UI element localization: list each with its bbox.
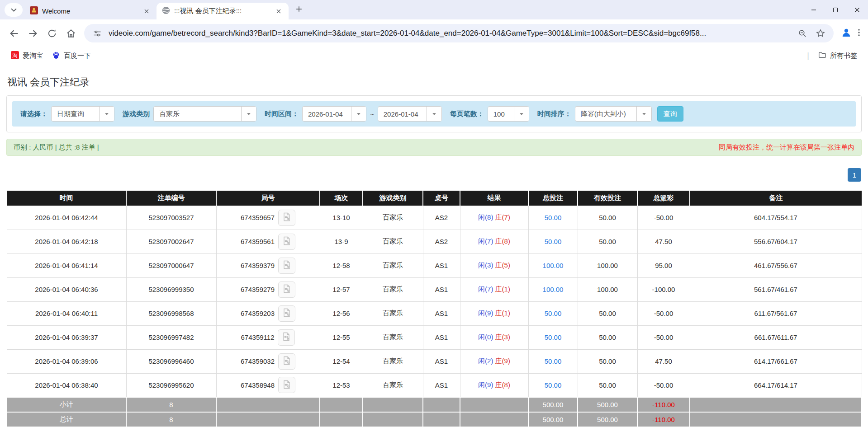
game-kind-select[interactable]: 百家乐 [153, 106, 256, 122]
cell-time: 2026-01-04 06:41:14 [7, 253, 126, 277]
forward-button[interactable] [24, 24, 43, 43]
video-file-icon [282, 212, 291, 223]
cell-round-no: 674359032 [216, 349, 320, 373]
tab-bet-records[interactable]: :::视讯 会员下注纪录::: [157, 3, 289, 19]
bookmark-aitaobao[interactable]: 淘 爱淘宝 [6, 49, 47, 63]
date-start-select[interactable]: 2026-01-04 [302, 106, 366, 122]
total-bet-link[interactable]: 50.00 [545, 214, 562, 221]
minimize-button[interactable] [803, 0, 825, 19]
total-bet-link[interactable]: 50.00 [545, 381, 562, 389]
bookmark-star-icon[interactable] [814, 29, 827, 38]
bet-records-table: 时间 注单编号 局号 场次 游戏类别 桌号 结果 总投注 有效投注 总派彩 备注… [6, 191, 862, 427]
video-replay-button[interactable] [278, 377, 295, 393]
result-player: 闲(9) [478, 309, 493, 317]
bookmark-baidu[interactable]: 百度一下 [47, 49, 95, 63]
tab-close-icon[interactable] [142, 7, 151, 16]
total-label: 总计 [7, 412, 126, 427]
cell-remark: 556.67/604.17 [690, 230, 862, 253]
video-file-icon [282, 260, 291, 271]
result-player: 闲(7) [478, 237, 493, 245]
tilde-separator: ~ [370, 110, 374, 118]
welcome-favicon [30, 6, 38, 16]
cell-time: 2026-01-04 06:39:37 [7, 325, 126, 349]
cell-result: 闲(3) 庄(5) [460, 253, 528, 277]
cell-round-no: 674359203 [216, 301, 320, 325]
total-total-bet: 500.00 [528, 412, 578, 427]
tab-search-button[interactable] [5, 3, 23, 17]
table-row: 2026-01-04 06:38:40 523096995620 6743589… [7, 373, 862, 397]
cell-table-no: AS1 [423, 373, 460, 397]
close-window-button[interactable] [846, 0, 868, 19]
col-payout: 总派彩 [637, 191, 690, 206]
home-button[interactable] [62, 24, 81, 43]
browser-toolbar: videoie.com/game/betrecord_search/kind3?… [0, 19, 868, 47]
menu-dots-icon[interactable] [858, 28, 860, 38]
site-settings-icon[interactable] [90, 29, 104, 38]
page-number-button[interactable]: 1 [848, 168, 861, 182]
per-page-label: 每页笔数： [450, 110, 484, 118]
cell-table-no: AS2 [423, 206, 460, 230]
zoom-icon[interactable] [796, 29, 809, 38]
date-end-select[interactable]: 2026-01-04 [378, 106, 442, 122]
video-replay-button[interactable] [278, 234, 295, 250]
video-replay-button[interactable] [278, 281, 295, 298]
tab-welcome[interactable]: Welcome [24, 3, 157, 19]
url-text[interactable]: videoie.com/game/betrecord_search/kind3?… [109, 29, 791, 38]
subtotal-total-bet: 500.00 [528, 397, 578, 412]
subtotal-count: 8 [126, 397, 216, 412]
new-tab-button[interactable] [291, 2, 307, 18]
maximize-button[interactable] [825, 0, 846, 19]
select-arrow-icon [99, 107, 114, 121]
total-bet-link[interactable]: 50.00 [545, 310, 562, 317]
all-bookmarks-label: 所有书签 [830, 52, 857, 60]
cell-game-kind: 百家乐 [363, 325, 423, 349]
result-banker: 庄(1) [495, 285, 510, 293]
pagination: 1 [6, 168, 861, 182]
all-bookmarks-button[interactable]: 所有书签 [814, 49, 862, 63]
select-type-label: 请选择： [20, 110, 47, 118]
video-file-icon [282, 332, 291, 342]
total-bet-link[interactable]: 50.00 [545, 333, 562, 341]
cell-session: 12-58 [320, 253, 363, 277]
round-number: 674359657 [241, 214, 275, 221]
query-type-select[interactable]: 日期查询 [51, 106, 114, 122]
total-bet-link[interactable]: 50.00 [545, 357, 562, 365]
total-bet-link[interactable]: 50.00 [545, 238, 562, 245]
video-replay-button[interactable] [278, 258, 295, 274]
reload-button[interactable] [43, 24, 62, 43]
video-replay-button[interactable] [278, 353, 295, 370]
video-replay-button[interactable] [278, 305, 295, 322]
total-valid-bet: 500.00 [578, 412, 637, 427]
cell-round-no: 674359379 [216, 253, 320, 277]
bookmark-label: 百度一下 [64, 52, 91, 60]
col-bet-no: 注单编号 [126, 191, 216, 206]
cell-bet-no: 523096998568 [126, 301, 216, 325]
total-bet-link[interactable]: 100.00 [543, 286, 564, 293]
video-file-icon [282, 236, 291, 247]
search-button[interactable]: 查询 [657, 106, 683, 122]
time-sort-select[interactable]: 降幂(由大到小) [575, 106, 652, 122]
total-bet-link[interactable]: 100.00 [543, 262, 564, 269]
table-row: 2026-01-04 06:40:11 523096998568 6743592… [7, 301, 862, 325]
col-total-bet: 总投注 [528, 191, 578, 206]
total-payout: -110.00 [637, 412, 690, 427]
cell-result: 闲(9) 庄(1) [460, 301, 528, 325]
back-button[interactable] [5, 24, 24, 43]
table-row: 2026-01-04 06:42:44 523097003527 6743596… [7, 206, 862, 230]
tab-title: Welcome [42, 7, 138, 15]
result-banker: 庄(8) [495, 237, 510, 245]
tab-close-icon[interactable] [274, 7, 283, 16]
per-page-select[interactable]: 100 [488, 106, 529, 122]
round-number: 674359032 [241, 357, 275, 365]
globe-favicon [162, 6, 170, 16]
profile-avatar[interactable] [841, 27, 852, 40]
url-bar[interactable]: videoie.com/game/betrecord_search/kind3?… [84, 24, 834, 42]
cell-total-bet: 50.00 [528, 325, 578, 349]
cell-game-kind: 百家乐 [363, 349, 423, 373]
video-file-icon [282, 308, 291, 319]
cell-remark: 561.67/461.67 [690, 277, 862, 301]
svg-text:淘: 淘 [12, 53, 18, 58]
video-replay-button[interactable] [278, 210, 295, 226]
cell-session: 12-56 [320, 301, 363, 325]
video-replay-button[interactable] [278, 329, 295, 346]
